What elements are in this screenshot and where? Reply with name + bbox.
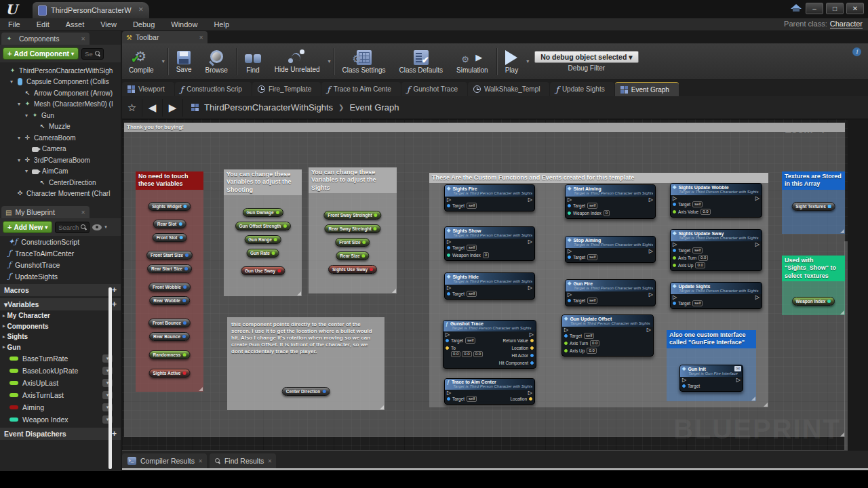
exec-in-pin[interactable]: ▷ xyxy=(673,196,677,201)
pin-value-field[interactable]: 0.0 xyxy=(587,348,596,354)
comment-sights[interactable]: You can change these Variables to adjust… xyxy=(309,167,397,293)
pin-value-field[interactable]: self xyxy=(467,203,477,209)
comment-title[interactable]: Textures are Stored in this Array xyxy=(782,171,845,190)
expander-icon[interactable]: ▸ xyxy=(3,344,5,350)
debug-object-select[interactable]: No debug object selected ▾ xyxy=(534,51,638,63)
add-icon[interactable]: + xyxy=(112,300,117,309)
breadcrumb-current[interactable]: Event Graph xyxy=(349,102,399,113)
pin-value-field[interactable]: self xyxy=(465,338,475,344)
pin-row[interactable]: Targetself xyxy=(673,201,711,207)
comment-resize-handle[interactable] xyxy=(392,289,396,293)
expander-icon[interactable]: ▸ xyxy=(3,313,5,319)
comment-title[interactable]: Thank you for buying! xyxy=(124,123,845,132)
forward-icon[interactable]: ▶ xyxy=(163,99,183,117)
exec-out-pin[interactable]: ▷ xyxy=(528,239,532,245)
tree-item[interactable]: ✦ThirdPersonCharacterWithSigh xyxy=(3,65,121,77)
comment-title[interactable]: Used with "Sights_Show" to select Textur… xyxy=(782,256,845,281)
node-sights-hide[interactable]: ◈Sights HideTarget is Third Person Chara… xyxy=(444,272,535,300)
expander-icon[interactable]: ▾ xyxy=(25,113,31,119)
exec-out-pin[interactable]: ▷ xyxy=(647,327,651,333)
exec-in-pin[interactable]: ▷ xyxy=(564,327,568,333)
exec-in-pin[interactable]: ▷ xyxy=(447,239,451,245)
pin-value-field[interactable]: self xyxy=(587,254,597,260)
node-sights-show[interactable]: ◈Sights ShowTarget is Third Person Chara… xyxy=(444,226,535,261)
add-icon[interactable]: + xyxy=(112,285,117,295)
variable-get-node[interactable]: Gun Offset Strength xyxy=(235,222,290,230)
node-update-sights[interactable]: ◈Update SightsTarget is Third Person Cha… xyxy=(670,282,762,309)
exec-out-pin[interactable]: ▷ xyxy=(530,332,534,338)
add-component-button[interactable]: +Add Component▾ xyxy=(3,47,79,60)
pin-row[interactable]: Targetself xyxy=(564,333,599,339)
toolbar-button-class-defaults[interactable]: ✔Class Defaults xyxy=(393,43,450,79)
close-icon[interactable]: ✕ xyxy=(199,35,203,41)
comment-shooting[interactable]: You can change these Variables to adjust… xyxy=(224,169,302,296)
exec-out-pin[interactable]: ▷ xyxy=(649,197,653,203)
variable-get-node[interactable]: Gun Rate xyxy=(246,249,279,258)
pin-value-field[interactable]: self xyxy=(467,245,477,251)
pin-value-field[interactable]: 0 xyxy=(483,252,489,258)
pin-row[interactable]: Targetself xyxy=(447,396,477,402)
variable-item[interactable]: AxisUpLast▾ xyxy=(0,377,121,389)
comment-title[interactable]: No need to touch these Variables xyxy=(136,171,203,190)
toolbar-panel-tab[interactable]: ⚒ Toolbar ✕ xyxy=(122,31,208,43)
output-pin[interactable]: Return Value xyxy=(503,338,534,344)
expander-icon[interactable]: ▾ xyxy=(18,135,24,141)
node-gunshot-trace[interactable]: ƒGunshot TraceTarget is Third Person Cha… xyxy=(443,320,536,369)
pin-value-field[interactable]: self xyxy=(467,291,477,297)
variable-get-node[interactable]: Front Sway Streinght xyxy=(323,211,381,220)
variable-get-node[interactable]: Rear Start Size xyxy=(147,264,192,273)
node-stop-aiming[interactable]: ◈Stop AimingTarget is Third Person Chara… xyxy=(565,236,656,263)
visibility-filter-icon[interactable] xyxy=(92,224,102,230)
components-search-input[interactable]: Se xyxy=(81,48,104,60)
exec-out-pin[interactable]: ▷ xyxy=(649,292,653,298)
toolbar-button-find[interactable]: Find xyxy=(238,43,268,79)
tutorial-icon[interactable] xyxy=(789,4,802,13)
pin-value-field[interactable]: self xyxy=(467,396,477,402)
vector-component-field[interactable]: 0.0 xyxy=(451,351,460,357)
tree-item[interactable]: ↖CenterDirection xyxy=(3,177,121,188)
pin-row[interactable]: Targetself xyxy=(447,245,489,251)
variable-get-node[interactable]: Sights Widget xyxy=(148,202,191,211)
tree-item[interactable]: Camera xyxy=(3,144,121,155)
vector-component-field[interactable]: 0.0 xyxy=(462,351,471,357)
node-sights-fire[interactable]: ◈Sights FireTarget is Third Person Chara… xyxy=(444,184,535,211)
function-item[interactable]: ✦ƒConstructionScript xyxy=(0,236,121,247)
toolbar-button-simulation[interactable]: ⚙▶Simulation xyxy=(450,43,495,79)
pin-row[interactable]: Axis Up0.0 xyxy=(564,348,599,354)
variable-get-node[interactable]: Gun Damage xyxy=(242,208,283,217)
tree-item[interactable]: ▾✛CameraBoom xyxy=(3,132,121,144)
tab-walkshake_templ[interactable]: WalkShake_Templ xyxy=(468,82,549,96)
tab-construction-scrip[interactable]: ƒConstruction Scrip xyxy=(175,82,252,96)
tree-item[interactable]: ▾✦Gun xyxy=(3,110,121,121)
comment-resize-handle[interactable] xyxy=(840,229,844,233)
pin-value-field[interactable]: self xyxy=(692,247,703,253)
tree-item[interactable]: ↖Muzzle xyxy=(3,121,121,133)
output-pin[interactable]: Location xyxy=(511,345,534,351)
tab-event-graph[interactable]: Event Graph xyxy=(615,82,679,96)
event-graph-canvas[interactable]: Zoom -4 BLUEPRINT Thank you for buying!T… xyxy=(122,119,848,451)
variable-category[interactable]: ▸Components xyxy=(0,321,121,332)
close-icon[interactable]: ✕ xyxy=(81,209,85,216)
menu-item-help[interactable]: Help xyxy=(205,20,237,28)
exec-in-pin[interactable]: ▷ xyxy=(446,332,450,338)
comment-title[interactable]: These Are the Custom Functions and Event… xyxy=(429,173,768,183)
pin-row[interactable]: Targetself xyxy=(568,298,597,304)
comment-resize-handle[interactable] xyxy=(764,403,768,407)
node-start-aiming[interactable]: ◈Start AimingTarget is Third Person Char… xyxy=(565,184,656,219)
output-pin[interactable]: Hit Component xyxy=(499,360,534,366)
pin-row[interactable]: Axis Value0.0 xyxy=(673,209,711,215)
comment-resize-handle[interactable] xyxy=(840,432,844,436)
pin-value-field[interactable]: 0.0 xyxy=(701,209,710,215)
components-panel-tab[interactable]: ✦ Components ✕ xyxy=(1,33,90,45)
close-icon[interactable]: ✕ xyxy=(268,458,273,464)
variable-get-node[interactable]: Randomness xyxy=(149,350,191,359)
node-gun-init[interactable]: ◈Gun InitTarget is Gun Fire Interface✉▷▷… xyxy=(679,365,743,392)
close-icon[interactable]: ✕ xyxy=(81,36,85,42)
tab-compiler-results[interactable]: ›_Compiler Results✕ xyxy=(122,453,207,468)
pin-row[interactable]: Weapon Index0 xyxy=(568,210,610,216)
tab-update-sights[interactable]: ƒUpdate Sights xyxy=(550,82,614,96)
exec-in-pin[interactable]: ▷ xyxy=(568,292,572,298)
vector-component-field[interactable]: 0.0 xyxy=(473,351,483,357)
asset-tab[interactable]: ThirdPersonCharacterW ✕ xyxy=(33,2,149,18)
pin-row[interactable]: Axis Up0.0 xyxy=(673,262,708,268)
